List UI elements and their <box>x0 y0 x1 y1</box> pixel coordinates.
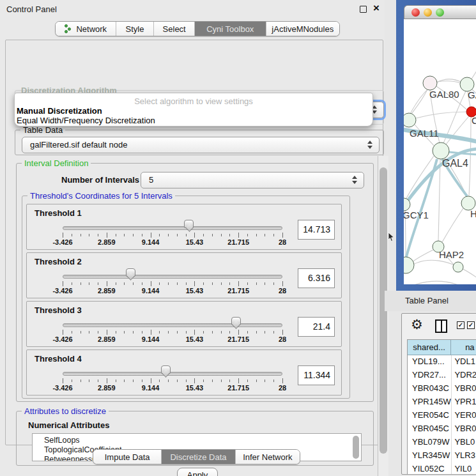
threshold-1-slider-track[interactable] <box>63 226 282 230</box>
apply-button[interactable]: Apply <box>177 468 218 476</box>
tab-discretize-data[interactable]: Discretize Data <box>161 450 234 464</box>
tick-mark <box>229 282 230 285</box>
threshold-2-slider-track[interactable] <box>63 275 282 279</box>
cell-shared-name[interactable]: YER054C <box>408 409 452 422</box>
scale-label: -3.426 <box>52 384 72 392</box>
node-bottom-left[interactable] <box>404 257 414 273</box>
threshold-4-slider-handle[interactable] <box>161 365 171 374</box>
window-close-icon[interactable] <box>411 8 420 17</box>
tab-cyni-toolbox[interactable]: Cyni Toolbox <box>194 22 266 36</box>
threshold-3-value-field[interactable]: 21.4 <box>298 317 335 337</box>
number-of-intervals-combobox[interactable]: 5 <box>141 172 364 188</box>
threshold-2-value-field[interactable]: 6.316 <box>298 268 335 288</box>
dropdown-option-manual[interactable]: Manual Discretization <box>15 106 372 116</box>
cell-shared-name[interactable]: YBR045C <box>408 422 452 436</box>
table-row[interactable]: YIL052CYIL0 <box>408 463 476 475</box>
close-icon[interactable]: × <box>373 2 380 15</box>
node-gal4[interactable] <box>433 142 449 159</box>
tick-mark <box>194 378 195 383</box>
cell-shared-name[interactable]: YLR345W <box>408 449 452 463</box>
tick-mark <box>142 234 142 236</box>
tab-infer-network[interactable]: Infer Network <box>235 450 300 464</box>
threshold-2-slider-handle[interactable] <box>126 268 135 277</box>
cell-name[interactable]: YER0 <box>452 409 476 422</box>
cell-shared-name[interactable]: YIL052C <box>408 463 452 475</box>
node-gal11[interactable] <box>404 113 416 127</box>
cell-shared-name[interactable]: YBL079W <box>408 436 452 449</box>
cell-shared-name[interactable]: YDL19... <box>408 355 452 369</box>
cell-name[interactable]: YBL0 <box>452 436 476 449</box>
tick-mark <box>168 331 169 334</box>
scale-label: 9.144 <box>142 384 160 392</box>
tab-impute-data[interactable]: Impute Data <box>93 450 161 464</box>
scale-label: 15.43 <box>186 335 204 343</box>
tick-mark <box>63 330 63 335</box>
tab-style[interactable]: Style <box>116 22 154 36</box>
list-scrollbar[interactable] <box>353 436 359 459</box>
tick-mark <box>194 281 195 286</box>
tick-mark <box>229 234 230 236</box>
panel-vertical-scrollbar[interactable] <box>378 156 388 476</box>
table-row[interactable]: YDR27...YDR2 <box>408 369 476 382</box>
threshold-4-slider-track[interactable] <box>63 372 282 376</box>
table-row[interactable]: YLR345WYLR3 <box>408 449 476 463</box>
cell-name[interactable]: YBR0 <box>452 422 476 436</box>
tick-mark <box>124 282 125 285</box>
scale-label: -3.426 <box>52 335 72 343</box>
application-window: Control Panel × Network Style Select Cyn… <box>0 0 476 476</box>
network-canvas[interactable]: GAL80 GA C GAL11 GAL4 GCY1 H HAP2 <box>404 19 476 284</box>
tick-mark <box>273 331 274 334</box>
tab-jactivemnodules[interactable]: jActiveMNodules <box>266 22 339 36</box>
checkbox-icon[interactable]: ✓ <box>467 321 475 329</box>
tick-mark <box>72 234 72 236</box>
slider-scale-labels: -3.4262.8599.14415.4321.71528 <box>63 287 282 295</box>
cell-name[interactable]: YIL0 <box>452 463 476 475</box>
threshold-3-slider-track[interactable] <box>63 323 282 327</box>
table-row[interactable]: YER054CYER0 <box>408 409 476 422</box>
tick-mark <box>133 282 134 285</box>
node-bottom-small[interactable] <box>453 262 463 272</box>
cell-name[interactable]: YPR1 <box>452 395 476 409</box>
threshold-4-value-field[interactable]: 11.344 <box>298 365 335 385</box>
cell-shared-name[interactable]: YPR145W <box>408 395 452 409</box>
table-row[interactable]: YBL079WYBL0 <box>408 436 476 449</box>
threshold-1-panel: Threshold 1 -3.4262.8599.14415.4321.7152… <box>26 204 342 250</box>
cell-name[interactable]: YDL1 <box>452 355 476 369</box>
slider-scale-labels: -3.4262.8599.14415.4321.71528 <box>63 384 282 392</box>
float-window-icon[interactable] <box>360 6 367 13</box>
tab-select[interactable]: Select <box>153 22 194 36</box>
scale-label: 9.144 <box>142 238 160 246</box>
node-gal80[interactable] <box>423 76 437 90</box>
cell-name[interactable]: YBR0 <box>452 382 476 395</box>
cell-name[interactable]: YLR3 <box>452 449 476 463</box>
threshold-1-slider-handle[interactable] <box>184 220 194 228</box>
window-zoom-icon[interactable] <box>436 8 444 17</box>
attribute-item[interactable]: SelfLoops <box>44 436 361 445</box>
tick-mark <box>282 330 283 335</box>
scale-label: 15.43 <box>186 287 204 295</box>
table-data-combobox[interactable]: galFiltered.sif default node <box>22 137 380 153</box>
gear-icon[interactable]: ⚙ <box>411 318 423 332</box>
cell-shared-name[interactable]: YBR043C <box>408 382 452 395</box>
tab-network[interactable]: Network <box>56 22 116 36</box>
window-minimize-icon[interactable] <box>424 8 432 17</box>
table-row[interactable]: YPR145WYPR1 <box>408 395 476 409</box>
column-header-name[interactable]: na <box>451 340 476 355</box>
dropdown-option-equal-width[interactable]: Equal Width/Frequency Discretization <box>15 116 372 125</box>
cell-shared-name[interactable]: YDR27... <box>408 369 452 382</box>
slider-ticks <box>63 233 282 238</box>
cell-name[interactable]: YDR2 <box>452 369 476 382</box>
tick-mark <box>168 380 169 382</box>
threshold-1-value-field[interactable]: 14.713 <box>298 220 335 240</box>
table-row[interactable]: YDL19...YDL1 <box>408 355 476 369</box>
threshold-3-slider-handle[interactable] <box>231 317 241 325</box>
table-row[interactable]: YBR045CYBR0 <box>408 422 476 436</box>
tick-mark <box>98 282 98 285</box>
tick-mark <box>98 234 98 236</box>
tick-mark <box>177 380 178 382</box>
checkbox-icon[interactable]: ✓ <box>457 321 464 329</box>
tick-mark <box>151 281 151 286</box>
column-header-shared-name[interactable]: shared... <box>408 340 451 355</box>
table-row[interactable]: YBR043CYBR0 <box>408 382 476 395</box>
columns-icon[interactable] <box>435 319 447 333</box>
